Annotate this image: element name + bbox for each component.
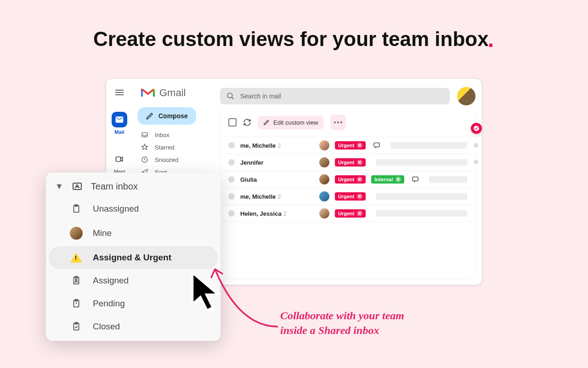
clipboard-alert-icon	[70, 299, 83, 309]
select-all-checkbox[interactable]	[228, 118, 237, 126]
nav-list: Inbox Starred Snoozed Sent	[133, 131, 220, 176]
assignee-avatar	[319, 157, 329, 167]
sender: me, Michelle2	[240, 193, 314, 200]
unread-dot	[228, 210, 235, 217]
team-inbox-icon	[72, 181, 83, 192]
popover-item-pending[interactable]: Pending	[49, 292, 218, 315]
annotation-text: Collaborate with your team inside a Shar…	[280, 308, 404, 338]
meet-icon	[112, 151, 127, 167]
nav-inbox[interactable]: Inbox	[141, 131, 220, 138]
rail-mail[interactable]: Mail	[112, 112, 127, 135]
remove-tag-icon[interactable]: ✕	[357, 211, 362, 216]
assignee-avatar	[319, 208, 329, 218]
pencil-icon	[263, 119, 270, 126]
side-dot	[474, 143, 478, 148]
unread-dot	[228, 176, 235, 183]
preview-placeholder	[390, 142, 467, 149]
compose-button[interactable]: Compose	[137, 107, 196, 125]
rail-meet[interactable]: Meet	[112, 151, 127, 174]
clipboard-check-icon	[70, 322, 83, 332]
message-row[interactable]: Helen, Jessica2 Urgent✕	[220, 205, 475, 222]
sender: Helen, Jessica2	[240, 210, 314, 217]
tag-urgent[interactable]: Urgent✕	[335, 158, 366, 167]
message-row[interactable]: me, Michelle2 Urgent✕	[220, 188, 475, 205]
message-toolbar: Edit custom view	[220, 108, 475, 137]
assignee-avatar	[319, 174, 329, 184]
unread-dot	[228, 159, 235, 166]
compose-label: Compose	[158, 112, 188, 120]
gmail-logo-icon	[141, 87, 155, 98]
clipboard-user-icon	[70, 276, 83, 286]
remove-tag-icon[interactable]: ✕	[357, 160, 362, 165]
tag-urgent[interactable]: Urgent✕	[335, 175, 366, 184]
clock-icon	[141, 156, 148, 163]
search-icon	[226, 92, 235, 100]
tag-urgent[interactable]: Urgent✕	[335, 141, 366, 150]
nav-starred[interactable]: Starred	[141, 144, 220, 151]
popover-item-assigned[interactable]: Assigned	[49, 269, 218, 292]
addon-badge[interactable]	[471, 123, 482, 134]
unread-dot	[228, 142, 235, 149]
annotation-line1: Collaborate with your team	[280, 308, 404, 323]
topbar: Search in mail	[220, 87, 475, 105]
avatar-icon	[70, 227, 83, 240]
popover-item-mine[interactable]: Mine	[49, 220, 218, 246]
message-row[interactable]: Jennifer Urgent✕	[220, 154, 475, 171]
remove-tag-icon[interactable]: ✕	[396, 177, 401, 182]
message-row[interactable]: me, Michelle2 Urgent✕	[220, 137, 475, 154]
popover-header[interactable]: ▼ Team inbox	[46, 175, 220, 197]
inbox-icon	[141, 131, 148, 138]
rail-mail-label: Mail	[114, 129, 124, 135]
remove-tag-icon[interactable]: ✕	[357, 194, 362, 199]
popover-item-unassigned[interactable]: Unassigned	[49, 197, 218, 220]
star-icon	[141, 144, 148, 151]
nav-snoozed[interactable]: Snoozed	[141, 156, 220, 163]
remove-tag-icon[interactable]: ✕	[357, 143, 362, 148]
popover-item-assigned-urgent[interactable]: Assigned & Urgent	[49, 246, 218, 269]
popover-label: Pending	[93, 299, 125, 309]
preview-placeholder	[376, 210, 467, 217]
chevron-down-icon: ▼	[55, 182, 63, 191]
more-button[interactable]	[330, 115, 346, 130]
tag-internal[interactable]: Internal✕	[371, 175, 404, 184]
assignee-avatar	[319, 140, 329, 150]
popover-label: Assigned & Urgent	[93, 253, 171, 263]
popover-label: Assigned	[93, 276, 129, 286]
side-dot	[474, 160, 478, 164]
search-input[interactable]: Search in mail	[220, 88, 450, 104]
svg-rect-0	[116, 157, 121, 161]
nav-starred-label: Starred	[155, 144, 175, 151]
preview-placeholder	[376, 159, 467, 166]
svg-point-3	[227, 93, 232, 98]
sender: me, Michelle2	[240, 142, 314, 149]
content-area: Edit custom view me, Michelle2 Urgent✕ J…	[220, 108, 475, 278]
remove-tag-icon[interactable]: ✕	[357, 177, 362, 182]
edit-custom-view-button[interactable]: Edit custom view	[258, 116, 324, 129]
edit-view-label: Edit custom view	[273, 119, 318, 126]
logo: Gmail	[133, 79, 220, 107]
tag-urgent[interactable]: Urgent✕	[335, 209, 366, 218]
pencil-icon	[146, 112, 154, 120]
menu-button[interactable]	[115, 90, 124, 95]
headline-dot: .	[488, 27, 494, 52]
warning-icon	[70, 253, 83, 263]
user-avatar[interactable]	[457, 87, 475, 105]
popover-label: Closed	[93, 322, 120, 332]
message-row[interactable]: Giulia Urgent✕ Internal✕	[220, 171, 475, 188]
annotation-line2: inside a Shared inbox	[280, 323, 404, 338]
headline-text: Create custom views for your team inbox	[93, 28, 489, 50]
tag-urgent[interactable]: Urgent✕	[335, 192, 366, 201]
mail-icon	[112, 112, 127, 127]
comment-icon	[412, 176, 419, 183]
preview-placeholder	[376, 193, 467, 200]
popover-label: Mine	[93, 228, 112, 238]
clipboard-icon	[70, 204, 83, 214]
sender: Giulia	[240, 176, 314, 183]
svg-point-12	[75, 279, 77, 281]
page-headline: Create custom views for your team inbox.	[93, 28, 495, 51]
popover-item-closed[interactable]: Closed	[49, 315, 218, 338]
popover-header-label: Team inbox	[91, 181, 138, 192]
popover-label: Unassigned	[93, 204, 139, 214]
unread-dot	[228, 193, 235, 200]
refresh-icon[interactable]	[243, 118, 251, 126]
